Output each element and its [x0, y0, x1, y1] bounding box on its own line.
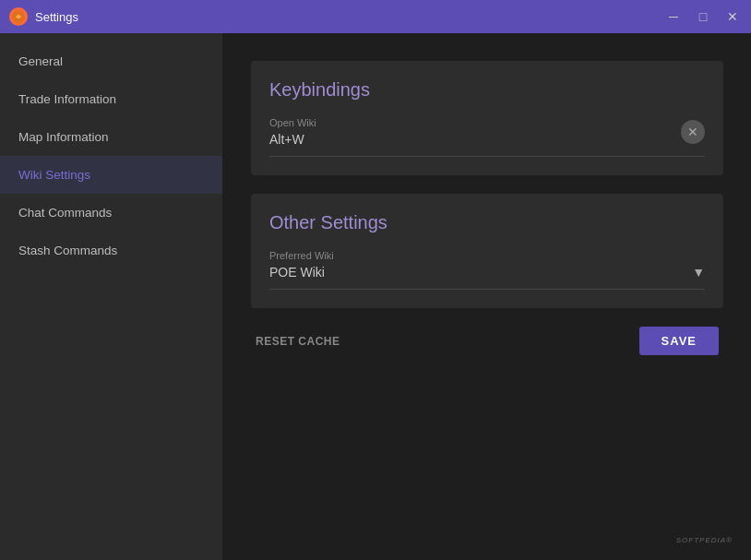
open-wiki-info: Open Wiki Alt+W — [269, 117, 667, 147]
save-button[interactable]: SAVE — [639, 327, 719, 355]
keybindings-title: Keybindings — [269, 79, 705, 101]
registered-mark: ® — [726, 536, 733, 544]
preferred-wiki-control[interactable]: POE Wiki ▼ — [269, 265, 705, 280]
sidebar-item-map-information[interactable]: Map Information — [0, 118, 222, 156]
preferred-wiki-label: Preferred Wiki — [269, 250, 705, 261]
preferred-wiki-row: Preferred Wiki POE Wiki ▼ — [269, 250, 705, 290]
close-button[interactable]: ✕ — [723, 7, 742, 26]
titlebar-left: Settings — [9, 7, 78, 26]
reset-cache-button[interactable]: RESET CACHE — [256, 335, 340, 348]
app-icon — [9, 7, 28, 26]
clear-icon: ✕ — [687, 125, 698, 139]
sidebar-item-general[interactable]: General — [0, 42, 222, 80]
titlebar: Settings ─ □ ✕ — [0, 0, 751, 33]
content-area: Keybindings Open Wiki Alt+W ✕ Other Sett… — [223, 33, 751, 560]
sidebar: General Trade Information Map Informatio… — [0, 33, 223, 560]
open-wiki-value: Alt+W — [269, 132, 667, 147]
open-wiki-keybinding-row: Open Wiki Alt+W ✕ — [269, 117, 705, 157]
titlebar-controls: ─ □ ✕ — [664, 7, 742, 26]
dropdown-arrow-icon: ▼ — [692, 265, 705, 280]
other-settings-title: Other Settings — [269, 212, 705, 233]
watermark: SOFTPEDIA® — [676, 536, 733, 549]
titlebar-title: Settings — [35, 10, 78, 24]
main-layout: General Trade Information Map Informatio… — [0, 33, 751, 560]
open-wiki-label: Open Wiki — [269, 117, 667, 128]
preferred-wiki-value: POE Wiki — [269, 265, 325, 280]
other-settings-section: Other Settings Preferred Wiki POE Wiki ▼ — [251, 194, 723, 308]
maximize-button[interactable]: □ — [694, 7, 712, 26]
open-wiki-clear-button[interactable]: ✕ — [681, 120, 705, 144]
minimize-button[interactable]: ─ — [664, 7, 683, 26]
sidebar-item-trade-information[interactable]: Trade Information — [0, 80, 222, 118]
sidebar-item-stash-commands[interactable]: Stash Commands — [0, 232, 222, 269]
footer-actions: RESET CACHE SAVE — [251, 327, 723, 355]
keybindings-section: Keybindings Open Wiki Alt+W ✕ — [251, 61, 723, 175]
sidebar-item-chat-commands[interactable]: Chat Commands — [0, 194, 222, 232]
sidebar-item-wiki-settings[interactable]: Wiki Settings — [0, 156, 222, 194]
